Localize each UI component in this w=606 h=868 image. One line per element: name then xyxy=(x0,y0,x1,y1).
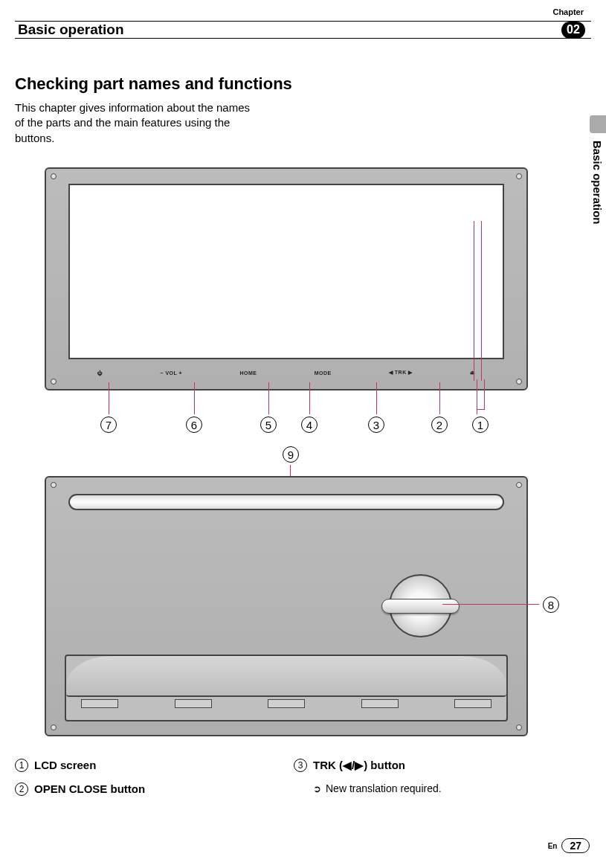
side-tab-text: Basic operation xyxy=(591,141,604,225)
list-title: LCD screen xyxy=(34,759,96,771)
footer-lang: En xyxy=(548,842,558,850)
chapter-label: Chapter xyxy=(552,7,584,16)
list-num: 1 xyxy=(15,759,28,772)
side-tab: Basic operation xyxy=(590,115,606,279)
callout-4: 4 xyxy=(301,417,317,433)
section-intro: This chapter gives information about the… xyxy=(15,100,260,146)
callout-6: 6 xyxy=(186,417,202,433)
list-num: 2 xyxy=(15,782,28,796)
trk-next-icon: ▶ xyxy=(408,370,413,375)
vol-minus: − xyxy=(160,370,164,376)
trk-label: TRK xyxy=(395,370,407,375)
power-icon: ⏻ xyxy=(97,370,103,376)
callout-2: 2 xyxy=(431,417,448,433)
list-title: TRK (◀/▶) button xyxy=(313,759,405,772)
button-strip: ⏻ − VOL + HOME MODE ◀ TRK ▶ ⏏ xyxy=(68,365,504,380)
rear-unit-diagram xyxy=(45,476,528,736)
callout-1: 1 xyxy=(472,417,489,433)
arrow-icon xyxy=(313,782,321,794)
circle-control xyxy=(389,574,452,637)
header-bar: Basic operation 02 xyxy=(15,21,591,39)
parts-list-right: 3 TRK (◀/▶) button New translation requi… xyxy=(294,759,554,794)
page-footer: En 27 xyxy=(548,838,590,853)
side-tab-marker xyxy=(590,115,606,133)
callout-3: 3 xyxy=(368,417,384,433)
footer-page-number: 27 xyxy=(561,838,590,853)
mode-button: MODE xyxy=(315,370,332,376)
callout-9: 9 xyxy=(283,446,299,463)
vol-label: VOL xyxy=(165,370,177,376)
section-title: Checking part names and functions xyxy=(15,74,292,94)
chapter-badge: 02 xyxy=(561,22,585,39)
disc-slot xyxy=(68,494,504,510)
callout-7: 7 xyxy=(100,417,117,433)
lcd-screen xyxy=(68,184,504,359)
vol-plus: + xyxy=(179,370,183,376)
sub-text: New translation required. xyxy=(326,782,442,794)
parts-list-left: 1 LCD screen 2 OPEN CLOSE button xyxy=(15,759,275,806)
list-item: 2 OPEN CLOSE button xyxy=(15,782,275,796)
list-title: OPEN CLOSE button xyxy=(34,782,145,795)
trk-prev-icon: ◀ xyxy=(389,370,393,375)
list-num: 3 xyxy=(294,759,307,772)
diagram1-callouts: 7 6 5 4 3 2 1 xyxy=(45,417,528,439)
front-unit-diagram: ⏻ − VOL + HOME MODE ◀ TRK ▶ ⏏ xyxy=(45,167,528,428)
list-item: 1 LCD screen xyxy=(15,759,275,772)
callout-5: 5 xyxy=(260,417,277,433)
list-item: 3 TRK (◀/▶) button xyxy=(294,759,554,772)
home-button: HOME xyxy=(239,370,257,376)
sd-slot xyxy=(65,655,508,721)
eject-icon: ⏏ xyxy=(470,370,476,376)
header-title: Basic operation xyxy=(18,22,124,38)
list-subtext: New translation required. xyxy=(313,782,554,794)
callout-8: 8 xyxy=(543,597,559,613)
